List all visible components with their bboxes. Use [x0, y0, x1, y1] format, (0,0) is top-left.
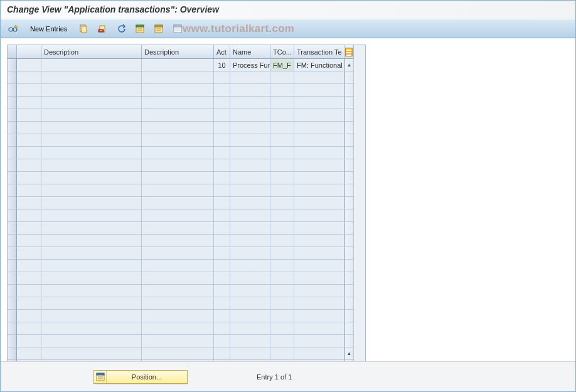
grid-cell[interactable] [41, 159, 142, 172]
grid-cell[interactable] [41, 297, 142, 310]
grid-cell[interactable] [41, 335, 142, 347]
grid-cell[interactable] [142, 109, 214, 122]
row-selector[interactable] [8, 134, 17, 147]
grid-cell[interactable] [214, 122, 230, 134]
grid-cell[interactable] [294, 310, 344, 322]
grid-cell[interactable] [142, 159, 214, 172]
grid-cell[interactable] [41, 310, 142, 322]
grid-cell[interactable] [41, 260, 142, 272]
grid-cell[interactable] [214, 97, 230, 109]
grid-cell[interactable]: 10 [214, 59, 230, 72]
row-selector[interactable] [8, 72, 17, 84]
grid-cell[interactable] [17, 335, 41, 347]
grid-cell[interactable] [230, 184, 270, 197]
grid-cell[interactable] [17, 235, 41, 247]
grid-cell[interactable] [270, 159, 294, 172]
grid-cell[interactable] [270, 72, 294, 84]
grid-cell[interactable] [142, 134, 214, 147]
grid-cell[interactable] [230, 134, 270, 147]
grid-cell[interactable] [41, 97, 142, 109]
grid-cell[interactable] [230, 260, 270, 272]
grid-cell[interactable] [17, 247, 41, 260]
row-selector[interactable] [8, 172, 17, 184]
grid-cell[interactable] [230, 310, 270, 322]
toggle-display-change-button[interactable] [4, 22, 22, 36]
grid-cell[interactable]: Process Fun... [230, 59, 270, 72]
row-selector[interactable] [8, 59, 17, 72]
grid-cell[interactable] [17, 159, 41, 172]
grid-corner[interactable] [8, 45, 17, 59]
grid-cell[interactable] [214, 184, 230, 197]
row-selector[interactable] [8, 209, 17, 222]
grid-cell[interactable] [294, 109, 344, 122]
grid-cell[interactable] [270, 222, 294, 235]
grid-cell[interactable] [41, 285, 142, 297]
grid-cell[interactable] [294, 347, 344, 360]
grid-cell[interactable] [17, 297, 41, 310]
grid-cell[interactable] [294, 172, 344, 184]
grid-cell[interactable] [142, 310, 214, 322]
grid-cell[interactable] [270, 310, 294, 322]
grid-cell[interactable] [214, 222, 230, 235]
grid-cell[interactable] [294, 72, 344, 84]
copy-as-button[interactable] [75, 22, 92, 36]
col-header-description-1[interactable]: Description [41, 45, 142, 59]
grid-cell[interactable] [142, 172, 214, 184]
grid-cell[interactable] [294, 235, 344, 247]
grid-cell[interactable] [294, 285, 344, 297]
grid-cell[interactable] [214, 109, 230, 122]
grid-cell[interactable] [142, 197, 214, 209]
grid-cell[interactable] [142, 297, 214, 310]
row-selector[interactable] [8, 260, 17, 272]
col-header-transaction-text[interactable]: Transaction Te [294, 45, 344, 59]
grid-cell[interactable] [230, 147, 270, 159]
grid-cell[interactable] [17, 97, 41, 109]
col-header-tcode[interactable]: TCo... [270, 45, 294, 59]
grid-cell[interactable] [294, 184, 344, 197]
row-selector[interactable] [8, 247, 17, 260]
grid-cell[interactable] [294, 134, 344, 147]
row-selector[interactable] [8, 272, 17, 285]
grid-cell[interactable] [294, 222, 344, 235]
row-selector[interactable] [8, 347, 17, 360]
grid-cell[interactable] [214, 134, 230, 147]
grid-cell[interactable] [142, 322, 214, 335]
grid-cell[interactable] [17, 59, 41, 72]
undo-change-button[interactable] [113, 22, 129, 36]
grid-cell[interactable] [230, 159, 270, 172]
grid-cell[interactable] [294, 97, 344, 109]
row-selector[interactable] [8, 222, 17, 235]
row-selector[interactable] [8, 285, 17, 297]
grid-cell[interactable] [294, 335, 344, 347]
grid-cell[interactable] [270, 247, 294, 260]
grid-cell[interactable] [230, 222, 270, 235]
grid-cell[interactable] [142, 147, 214, 159]
vscroll-up-button[interactable]: ▲ [344, 59, 354, 72]
grid-cell[interactable] [41, 109, 142, 122]
grid-cell[interactable] [142, 59, 214, 72]
grid-cell[interactable] [214, 197, 230, 209]
row-selector[interactable] [8, 184, 17, 197]
row-selector[interactable] [8, 84, 17, 97]
grid-cell[interactable] [214, 84, 230, 97]
grid-cell[interactable] [41, 122, 142, 134]
grid-cell[interactable] [230, 247, 270, 260]
grid-cell[interactable] [17, 134, 41, 147]
grid-cell[interactable] [142, 72, 214, 84]
grid-cell[interactable] [142, 260, 214, 272]
grid-cell[interactable] [294, 322, 344, 335]
grid-cell[interactable] [41, 197, 142, 209]
grid-cell[interactable] [230, 209, 270, 222]
grid-cell[interactable] [230, 172, 270, 184]
grid-cell[interactable] [230, 197, 270, 209]
grid-cell[interactable] [214, 172, 230, 184]
delete-button[interactable] [94, 22, 110, 36]
grid-cell[interactable] [230, 322, 270, 335]
grid-cell[interactable] [41, 84, 142, 97]
grid-cell[interactable] [214, 322, 230, 335]
grid-cell[interactable] [214, 285, 230, 297]
grid-cell[interactable] [142, 235, 214, 247]
row-selector[interactable] [8, 335, 17, 347]
grid-cell[interactable] [294, 297, 344, 310]
col-header-blank[interactable] [17, 45, 41, 59]
